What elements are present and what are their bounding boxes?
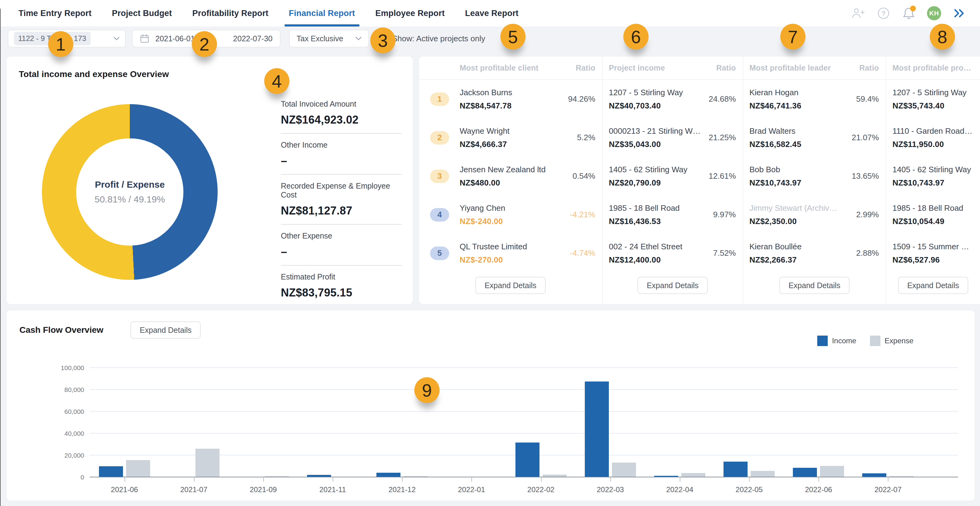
cell: 0000213 - 21 Stirling W…NZ$35,043.00 bbox=[609, 126, 705, 149]
table-row: 1405 - 62 Stirling WayNZ$10,743.97 bbox=[886, 157, 980, 195]
donut-chart: Profit / Expense 50.81% / 49.19% bbox=[42, 104, 218, 280]
column-header: Most profitable clientRatio bbox=[419, 56, 602, 80]
x-axis-label: 2022-06 bbox=[784, 485, 853, 494]
bar-group-2021-07 bbox=[159, 368, 228, 477]
x-axis-label: 2022-05 bbox=[714, 485, 784, 494]
cell-ratio: -4.74% bbox=[570, 248, 595, 258]
legend-label: Income bbox=[832, 336, 856, 345]
cell-amount: NZ$-270.00 bbox=[460, 255, 566, 265]
rank-badge: 2 bbox=[430, 131, 449, 144]
cell-name: Jimmy Stewart (Archiv… bbox=[749, 203, 852, 213]
cell-amount: NZ$35,043.00 bbox=[609, 140, 705, 149]
legend-label: Expense bbox=[885, 336, 913, 345]
donut-center: Profit / Expense 50.81% / 49.19% bbox=[76, 138, 183, 246]
group-footer: Expand Details bbox=[886, 273, 980, 304]
avatar[interactable]: KH bbox=[927, 6, 941, 20]
callout-badge-6: 6 bbox=[623, 24, 649, 50]
cell-amount: NZ$16,582.45 bbox=[749, 140, 848, 149]
column-header-label: Most profitable client bbox=[460, 63, 572, 72]
cell-amount: NZ$12,400.00 bbox=[609, 255, 709, 265]
cell-name: 0000213 - 21 Stirling W… bbox=[609, 126, 705, 136]
table-row: 3Jensen New Zealand ltdNZ$480.000.54% bbox=[419, 157, 602, 195]
cell: Jackson BurnsNZ$84,547.78 bbox=[460, 88, 564, 111]
rank-badge: 3 bbox=[430, 170, 449, 183]
table-row: 1509 - 15 Summer Str…NZ$6,527.96 bbox=[886, 234, 980, 273]
tab-time-entry-report[interactable]: Time Entry Report bbox=[19, 0, 92, 27]
tab-profitability-report[interactable]: Profitability Report bbox=[192, 0, 269, 27]
cell-ratio: 2.88% bbox=[856, 248, 879, 258]
rank-badge: 1 bbox=[430, 92, 449, 106]
table-row: 1207 - 5 Stirling WayNZ$35,743.40 bbox=[886, 80, 980, 118]
callout-badge-8: 8 bbox=[930, 24, 955, 50]
cell-amount: NZ$10,054.49 bbox=[892, 217, 973, 226]
notifications-bell-icon[interactable] bbox=[902, 6, 916, 20]
cell-name: 1985 - 18 Bell Road bbox=[609, 203, 709, 213]
cell-name: 1207 - 5 Stirling Way bbox=[892, 88, 973, 97]
cell-amount: NZ$84,547.78 bbox=[460, 101, 564, 111]
y-axis-label: 80,000 bbox=[64, 386, 84, 393]
y-axis-label: 20,000 bbox=[64, 452, 84, 459]
legend-item-income: Income bbox=[817, 336, 856, 346]
cell-ratio: 21.07% bbox=[852, 133, 879, 142]
bar-group-2022-03 bbox=[576, 368, 645, 477]
cell-amount: NZ$-240.00 bbox=[460, 217, 566, 226]
cell-ratio: 12.61% bbox=[709, 171, 736, 181]
rank-badge: 4 bbox=[430, 208, 449, 222]
bar-group-2022-02 bbox=[506, 368, 576, 477]
x-axis-label: 2022-03 bbox=[576, 485, 645, 494]
date-end-value[interactable]: 2022-07-30 bbox=[233, 34, 272, 43]
table-row: 4Yiyang ChenNZ$-240.00-4.21% bbox=[419, 195, 602, 234]
date-start-value[interactable]: 2021-06-01 bbox=[155, 34, 195, 43]
rank-badge: 5 bbox=[430, 246, 449, 260]
cell: Kieran HoganNZ$46,741.36 bbox=[749, 88, 852, 111]
tax-mode-select[interactable]: Tax Exclusive bbox=[289, 30, 369, 48]
stat-value: NZ$164,923.02 bbox=[281, 113, 402, 126]
tab-leave-report[interactable]: Leave Report bbox=[465, 0, 519, 27]
y-axis-label: 60,000 bbox=[64, 408, 84, 416]
expand-details-button[interactable]: Expand Details bbox=[638, 277, 708, 294]
svg-text:?: ? bbox=[881, 10, 885, 17]
tab-employee-report[interactable]: Employee Report bbox=[375, 0, 445, 27]
cell: 1405 - 62 Stirling WayNZ$10,743.97 bbox=[892, 165, 973, 188]
table-row: 5QL Trustee LimitedNZ$-270.00-4.74% bbox=[419, 234, 602, 273]
x-axis-label: 2022-04 bbox=[645, 485, 714, 494]
cell: 002 - 24 Ethel StreetNZ$12,400.00 bbox=[609, 242, 709, 265]
callout-badge-1: 1 bbox=[48, 31, 73, 57]
bar-group-2022-07 bbox=[853, 368, 923, 477]
expand-details-button[interactable]: Expand Details bbox=[779, 277, 850, 294]
cell-name: Kieran Boullée bbox=[749, 242, 852, 251]
expand-panel-icon[interactable] bbox=[952, 6, 966, 20]
x-axis-label: 2021-11 bbox=[298, 485, 368, 494]
cell-ratio: 2.99% bbox=[856, 210, 879, 219]
income-expense-overview-card: Total income and expense Overview Profit… bbox=[6, 56, 413, 305]
cash-flow-expand-details-button[interactable]: Expand Details bbox=[130, 321, 201, 339]
table-row: 1405 - 62 Stirling WayNZ$20,790.0912.61% bbox=[603, 157, 743, 195]
income-bar bbox=[793, 468, 817, 477]
bars-layer bbox=[90, 368, 923, 477]
callout-badge-9: 9 bbox=[414, 377, 440, 403]
cell-amount: NZ$16,436.53 bbox=[609, 217, 709, 226]
add-user-icon[interactable] bbox=[851, 6, 865, 20]
group-footer: Expand Details bbox=[603, 273, 743, 304]
expand-details-button[interactable]: Expand Details bbox=[476, 277, 546, 294]
help-icon[interactable]: ? bbox=[877, 6, 891, 20]
cell: Brad WaltersNZ$16,582.45 bbox=[749, 126, 848, 149]
y-axis-label: 0 bbox=[80, 474, 84, 481]
cell-ratio: 24.68% bbox=[709, 94, 736, 104]
tab-project-budget[interactable]: Project Budget bbox=[112, 0, 172, 27]
window-edge bbox=[0, 9, 1, 506]
chart-plot: 2021-062021-072021-092021-112021-122022-… bbox=[90, 368, 958, 477]
table-row: 1207 - 5 Stirling WayNZ$40,703.4024.68% bbox=[603, 80, 743, 118]
leaderboard-group-most-profitable-proj: Most profitable proj…1207 - 5 Stirling W… bbox=[886, 56, 980, 304]
tab-financial-report[interactable]: Financial Report bbox=[289, 0, 355, 27]
cell-amount: NZ$2,266.37 bbox=[749, 255, 852, 265]
gridline bbox=[90, 477, 958, 477]
cell-ratio: 9.97% bbox=[713, 210, 736, 219]
cell-ratio: 7.52% bbox=[713, 248, 736, 258]
expand-details-button[interactable]: Expand Details bbox=[898, 277, 968, 294]
bar-group-2021-11 bbox=[298, 368, 368, 477]
income-bar bbox=[99, 466, 123, 477]
expense-bar bbox=[196, 449, 220, 477]
expense-bar bbox=[612, 463, 636, 477]
cell-amount: NZ$4,666.37 bbox=[460, 140, 573, 149]
